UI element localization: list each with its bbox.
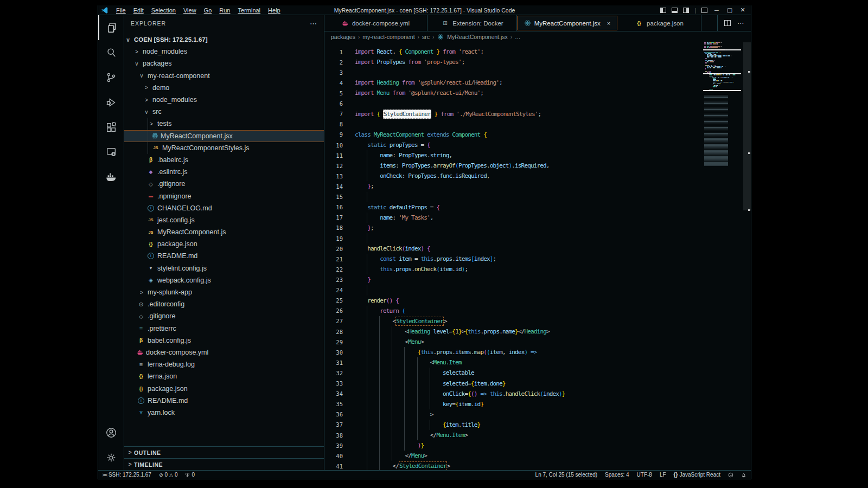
tree-item-babel-config-js[interactable]: babel.config.js — [124, 335, 324, 346]
minimap[interactable] — [703, 42, 743, 470]
timeline-panel[interactable]: > TIMELINE — [124, 458, 324, 470]
menu-view[interactable]: View — [180, 7, 200, 14]
account-icon[interactable] — [98, 420, 124, 445]
tree-item-label: docker-compose.yml — [146, 349, 208, 356]
close-icon[interactable]: × — [607, 20, 610, 27]
tree-item-src[interactable]: vsrc — [124, 106, 324, 118]
toggle-panel-icon[interactable] — [672, 8, 678, 13]
breadcrumb-item-[interactable]: … — [515, 34, 521, 40]
language-mode[interactable]: {} JavaScript React — [674, 472, 720, 478]
split-editor-icon[interactable] — [724, 20, 731, 26]
remote-indicator[interactable]: >< SSH: 172.25.1.67 — [103, 472, 151, 478]
tree-item-myreactcomponent-jsx[interactable]: MyReactComponent.jsx — [124, 130, 324, 142]
notifications-bell-icon[interactable] — [741, 472, 746, 478]
tree-item-gitignore[interactable]: .gitignore — [124, 310, 324, 322]
tree-item-lerna-debug-log[interactable]: lerna-debug.log — [124, 358, 324, 370]
tree-item-demo[interactable]: >demo — [124, 82, 324, 94]
tree-item-readme-md[interactable]: README.md — [124, 250, 324, 262]
views-more-icon[interactable]: ⋯ — [310, 20, 317, 28]
line-number: 2 — [324, 59, 349, 66]
menu-help[interactable]: Help — [264, 7, 284, 14]
tree-root[interactable]: vCOEN [SSH: 172.25.1.67] — [124, 34, 324, 46]
run-debug-icon[interactable] — [98, 90, 124, 115]
toggle-secondary-sidebar-icon[interactable] — [683, 8, 689, 13]
customize-layout-icon[interactable] — [701, 8, 707, 13]
tree-item-my-splunk-app[interactable]: >my-splunk-app — [124, 286, 324, 298]
search-icon[interactable] — [98, 40, 124, 65]
tree-item-npmignore[interactable]: .npmignore — [124, 190, 324, 202]
tree-item-yarn-lock[interactable]: yarn.lock — [124, 407, 324, 419]
breadcrumb-item-myreactcomponent-jsx[interactable]: MyReactComponent.jsx — [447, 34, 507, 40]
breadcrumb-item-src[interactable]: src — [422, 34, 430, 40]
encoding[interactable]: UTF-8 — [637, 472, 652, 478]
tree-item-babelrc-js[interactable]: .babelrc.js — [124, 154, 324, 166]
tree-item-packages[interactable]: vpackages — [124, 57, 324, 69]
breadcrumb-item-packages[interactable]: packages — [331, 34, 355, 40]
minimize-button[interactable]: ─ — [713, 7, 720, 14]
tree-item-stylelint-config-js[interactable]: stylelint.config.js — [124, 262, 324, 274]
tree-item-docker-compose-yml[interactable]: docker-compose.yml — [124, 346, 324, 358]
menu-run[interactable]: Run — [215, 7, 234, 14]
docker-icon[interactable] — [98, 165, 124, 190]
breadcrumb: packages›my-react-component›src›MyReactC… — [324, 31, 751, 42]
code-line-5: 5import Menu from '@splunk/react-ui/Menu… — [324, 88, 751, 98]
indentation[interactable]: Spaces: 4 — [605, 472, 629, 478]
close-button[interactable]: ✕ — [739, 7, 746, 14]
toggle-sidebar-icon[interactable] — [660, 8, 666, 13]
tree-item-lerna-json[interactable]: lerna.json — [124, 370, 324, 382]
tree-item-webpack-config-js[interactable]: webpack.config.js — [124, 274, 324, 286]
minimap-line — [705, 65, 716, 66]
tree-item-myreactcomponent-js[interactable]: MyReactComponent.js — [124, 226, 324, 238]
source-control-icon[interactable] — [98, 65, 124, 90]
tree-item-editorconfig[interactable]: .editorconfig — [124, 298, 324, 310]
tree-item-gitignore[interactable]: .gitignore — [124, 178, 324, 190]
remote-explorer-icon[interactable] — [98, 140, 124, 165]
code-editor[interactable]: 1import React, { Component } from 'react… — [324, 42, 751, 470]
tree-item-readme-md[interactable]: README.md — [124, 395, 324, 407]
tree-item-prettierrc[interactable]: .prettierrc — [124, 323, 324, 335]
code-line-27: 27 <StyledContainer> — [324, 316, 751, 326]
menu-edit[interactable]: Edit — [130, 7, 148, 14]
tab-bar: docker-compose.ymlExtension: DockerMyRea… — [324, 15, 751, 31]
tree-item-tests[interactable]: >tests — [124, 118, 324, 130]
eol-sequence[interactable]: LF — [660, 472, 666, 478]
cursor-position[interactable]: Ln 7, Col 25 (15 selected) — [535, 472, 598, 478]
menu-go[interactable]: Go — [200, 7, 216, 14]
feedback-icon[interactable] — [728, 472, 733, 478]
menu-terminal[interactable]: Terminal — [234, 7, 265, 14]
tab-extension-docker[interactable]: Extension: Docker — [427, 15, 517, 31]
minimap-line — [709, 89, 713, 89]
tree-item-myreactcomponentstyles-js[interactable]: MyReactComponentStyles.js — [124, 142, 324, 154]
tree-item-changelog-md[interactable]: CHANGELOG.md — [124, 202, 324, 214]
settings-gear-icon[interactable] — [98, 445, 124, 470]
maximize-button[interactable]: ▢ — [726, 7, 733, 14]
scrollbar-thumb[interactable] — [743, 42, 751, 210]
menu-file[interactable]: File — [112, 7, 130, 14]
tree-item-jest-config-js[interactable]: jest.config.js — [124, 214, 324, 226]
tree-item-eslintrc-js[interactable]: .eslintrc.js — [124, 166, 324, 178]
code-line-35: 35 key={item.id} — [324, 399, 751, 409]
react-icon — [151, 132, 158, 139]
extensions-icon[interactable] — [98, 115, 124, 140]
menu-selection[interactable]: Selection — [148, 7, 180, 14]
tree-item-node-modules[interactable]: >node_modules — [124, 94, 324, 106]
tree-item-label: node_modules — [152, 96, 197, 104]
explorer-icon[interactable] — [98, 15, 124, 40]
code-line-29: 29 <Menu> — [324, 337, 751, 347]
tree-item-package-json[interactable]: package.json — [124, 382, 324, 394]
line-number: 11 — [324, 152, 349, 159]
more-actions-icon[interactable]: ⋯ — [737, 20, 744, 27]
tree-item-my-react-component[interactable]: vmy-react-component — [124, 70, 324, 82]
tree-item-package-json[interactable]: package.json — [124, 238, 324, 250]
ports-indicator[interactable]: 0 — [185, 472, 195, 478]
problems-indicator[interactable]: ⊘ 0 △ 0 — [159, 472, 178, 478]
tree-item-node-modules[interactable]: >node_modules — [124, 46, 324, 57]
tab-package-json[interactable]: package.json — [617, 15, 701, 31]
tab-myreactcomponent-jsx[interactable]: MyReactComponent.jsx× — [517, 16, 617, 30]
tab-docker-compose-yml[interactable]: docker-compose.yml — [324, 15, 427, 31]
minimap-line — [705, 58, 707, 59]
outline-panel[interactable]: > OUTLINE — [124, 446, 324, 458]
breadcrumb-item-my-react-component[interactable]: my-react-component — [362, 34, 414, 40]
line-number: 30 — [324, 349, 349, 356]
overview-ruler[interactable] — [743, 42, 751, 470]
